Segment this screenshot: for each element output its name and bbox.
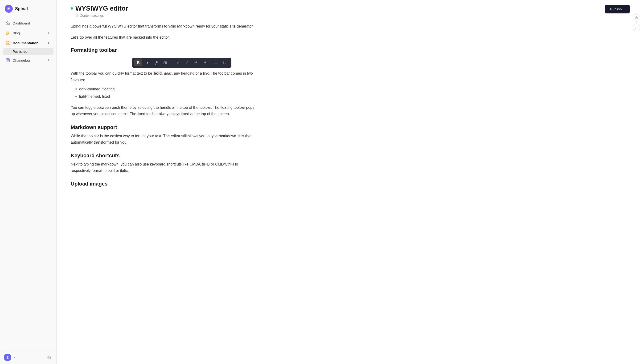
publish-button[interactable]: Publish... <box>605 5 630 14</box>
documentation-label: Documentation <box>13 41 39 45</box>
toolbar-divider <box>171 60 171 65</box>
section-title-upload-images: Upload images <box>71 181 254 187</box>
user-avatar[interactable]: E <box>4 354 11 361</box>
sidebar-item-changelog[interactable]: Changelog + <box>3 56 54 65</box>
app-logo[interactable]: Spinal <box>0 0 56 16</box>
svg-rect-12 <box>635 26 638 28</box>
toolbar-h2-button[interactable]: H2 <box>182 59 190 66</box>
sidebar-navigation: Dashboard Blog + <box>0 16 56 350</box>
svg-point-10 <box>49 357 50 358</box>
page-title: WYSIWYG editor <box>75 5 128 12</box>
blog-label: Blog <box>13 31 20 35</box>
user-chevron-icon[interactable]: ∨ <box>14 356 16 359</box>
formatting-toolbar-float: B I H1 H2 H3 H4 <box>132 58 231 68</box>
bullet-icon <box>75 88 77 90</box>
svg-rect-13 <box>164 62 165 64</box>
bullet-icon <box>75 96 77 97</box>
toolbar-link-button[interactable] <box>152 59 160 66</box>
svg-point-18 <box>215 62 215 62</box>
bold-example: bold <box>153 71 162 75</box>
keyboard-shortcuts-para: Next to typing the markdown, you can als… <box>71 161 254 174</box>
status-dot <box>71 7 73 10</box>
svg-point-20 <box>215 64 215 64</box>
content-settings-gear-icon: ⚙ <box>75 14 79 18</box>
content-settings-row: ⚙ Content settings <box>75 14 605 18</box>
toolbar-h3-button[interactable]: H3 <box>191 59 199 66</box>
intro-paragraph-2: Let's go over all the features that are … <box>71 34 254 40</box>
toolbar-bold-button[interactable]: B <box>134 59 142 66</box>
section-title-keyboard-shortcuts: Keyboard shortcuts <box>71 152 254 159</box>
app-name: Spinal <box>15 6 28 11</box>
svg-rect-14 <box>165 62 167 64</box>
toolbar-ol-button[interactable]: 1 2 3 <box>221 59 229 66</box>
comments-icon[interactable] <box>633 24 640 31</box>
section-title-formatting-toolbar: Formatting toolbar <box>71 47 254 53</box>
italic-example: italic <box>164 71 172 75</box>
section-title-markdown-support: Markdown support <box>71 124 254 130</box>
home-icon <box>5 20 10 26</box>
editor-content[interactable]: Spinal has a powerful WYSIWYG editor tha… <box>57 18 644 364</box>
svg-rect-3 <box>7 42 10 45</box>
published-label: Published <box>13 50 27 54</box>
changelog-icon <box>5 58 10 63</box>
svg-point-19 <box>215 63 215 63</box>
sidebar-item-documentation[interactable]: Documentation + <box>3 38 54 48</box>
toolbar-h4-button[interactable]: H4 <box>200 59 208 66</box>
dashboard-label: Dashboard <box>13 21 30 25</box>
flavours-list: dark-themed, floating light-themed, fixe… <box>75 86 254 100</box>
toolbar-h1-button[interactable]: H1 <box>173 59 181 66</box>
page-title-row: WYSIWYG editor <box>71 5 605 12</box>
changelog-label: Changelog <box>13 58 30 62</box>
blog-add-button[interactable]: + <box>46 30 51 36</box>
history-icon[interactable] <box>633 14 640 22</box>
list-item-light: light-themed, fixed <box>75 93 254 100</box>
editor-body: Spinal has a powerful WYSIWYG editor tha… <box>71 23 254 187</box>
content-settings-link[interactable]: Content settings <box>80 14 104 18</box>
settings-button[interactable] <box>46 354 53 361</box>
sidebar: Spinal Dashboard Blog + <box>0 0 57 364</box>
logo-icon <box>5 5 13 13</box>
toolbar-ul-button[interactable] <box>212 59 220 66</box>
intro-paragraph-1: Spinal has a powerful WYSIWYG editor tha… <box>71 23 254 30</box>
page-header: WYSIWYG editor ⚙ Content settings Publis… <box>57 0 644 18</box>
toolbar-divider-2 <box>210 60 210 65</box>
right-sidebar-icons <box>633 14 640 31</box>
markdown-support-para: While the toolbar is the easiest way to … <box>71 133 254 146</box>
changelog-add-button[interactable]: + <box>46 58 51 63</box>
toolbar-italic-button[interactable]: I <box>143 59 151 66</box>
toolbar-quote-button[interactable] <box>161 59 169 66</box>
docs-icon <box>5 40 10 46</box>
main-content: WYSIWYG editor ⚙ Content settings Publis… <box>57 0 644 364</box>
sidebar-item-published[interactable]: Published <box>3 48 54 55</box>
header-title-area: WYSIWYG editor ⚙ Content settings <box>71 5 605 18</box>
sidebar-footer: E ∨ <box>0 350 56 364</box>
sidebar-item-dashboard[interactable]: Dashboard <box>3 18 54 28</box>
svg-text:3: 3 <box>223 63 224 64</box>
formatting-toolbar-para1: With the toolbar you can quickly format … <box>71 70 254 83</box>
sidebar-item-blog[interactable]: Blog + <box>3 28 54 38</box>
list-item-dark: dark-themed, floating <box>75 86 254 92</box>
formatting-toolbar-para2: You can toggle between each theme by sel… <box>71 104 254 117</box>
documentation-add-button[interactable]: + <box>46 40 51 46</box>
blog-icon <box>5 30 10 36</box>
